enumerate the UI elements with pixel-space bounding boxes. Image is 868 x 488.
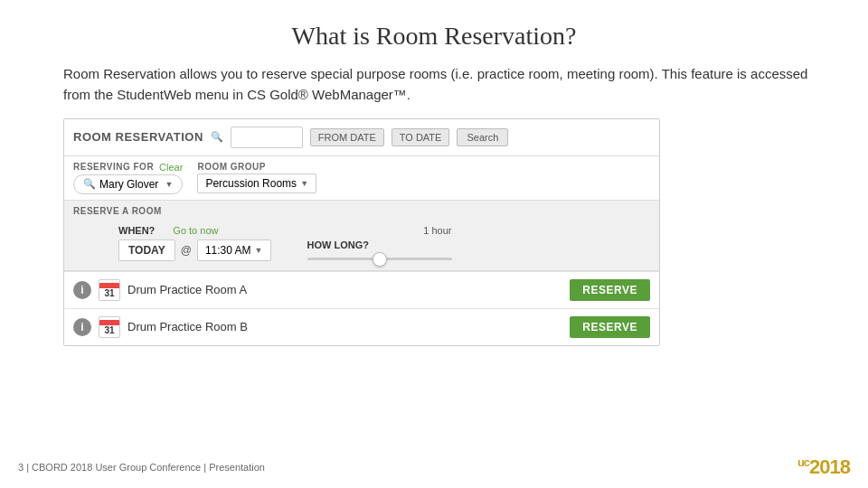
when-group: WHEN? Go to now TODAY @ 11:30 AM ▼: [118, 225, 271, 261]
search-icon: 🔍: [211, 131, 223, 143]
from-date-button[interactable]: FROM DATE: [310, 128, 384, 146]
info-icon-0[interactable]: i: [73, 281, 91, 299]
duration-value: 1 hour: [423, 225, 451, 236]
time-dropdown-arrow: ▼: [255, 246, 263, 255]
footer-text: 3 | CBORD 2018 User Group Conference | P…: [18, 462, 265, 473]
person-dropdown-arrow: ▼: [165, 180, 173, 189]
how-long-label: HOW LONG?: [307, 239, 452, 250]
slide-container: What is Room Reservation? Room Reservati…: [0, 0, 868, 488]
person-select[interactable]: 🔍 Mary Glover ▼: [73, 174, 183, 194]
duration-slider-thumb[interactable]: [373, 252, 387, 267]
room-group-select[interactable]: Percussion Rooms ▼: [197, 174, 316, 193]
footer-logo-prefix: uc: [797, 455, 809, 469]
slide-title: What is Room Reservation?: [54, 22, 814, 51]
duration-slider-container: [307, 258, 452, 260]
when-label-row: WHEN? Go to now: [118, 225, 271, 236]
search-button[interactable]: Search: [457, 128, 508, 146]
reserve-button-0[interactable]: RESERVE: [570, 279, 650, 301]
room-name-1: Drum Practice Room B: [127, 320, 562, 333]
section-label: RESERVE A ROOM: [64, 201, 659, 220]
reserving-for-label-row: RESERVING FOR Clear: [73, 162, 183, 173]
when-label: WHEN?: [118, 225, 155, 236]
slide-description: Room Reservation allows you to reserve s…: [63, 63, 814, 106]
reserve-button-1[interactable]: RESERVE: [570, 316, 650, 338]
time-select[interactable]: 11:30 AM ▼: [197, 239, 271, 261]
go-to-now-link[interactable]: Go to now: [173, 225, 218, 236]
time-value: 11:30 AM: [205, 244, 251, 257]
room-row-0: i 31 Drum Practice Room A RESERVE: [64, 271, 659, 308]
slide-footer: 3 | CBORD 2018 User Group Conference | P…: [0, 455, 868, 479]
how-long-group: 1 hour HOW LONG?: [307, 225, 452, 260]
when-row: WHEN? Go to now TODAY @ 11:30 AM ▼: [64, 220, 659, 270]
today-button[interactable]: TODAY: [118, 239, 175, 261]
to-date-button[interactable]: TO DATE: [392, 128, 450, 146]
person-search-icon: 🔍: [83, 178, 96, 190]
footer-logo-year: 2018: [809, 455, 850, 478]
rr-section: RESERVE A ROOM WHEN? Go to now TODAY @: [64, 201, 659, 271]
rr-subheader: RESERVING FOR Clear 🔍 Mary Glover ▼ ROOM…: [64, 156, 659, 201]
slide-body: Room Reservation allows you to reserve s…: [54, 63, 814, 474]
ui-mockup: ROOM RESERVATION 🔍 FROM DATE TO DATE Sea…: [63, 118, 660, 346]
cal-icon-0: 31: [99, 279, 120, 301]
at-label: @: [181, 244, 192, 257]
cal-day-1: 31: [104, 325, 114, 335]
room-group-group: ROOM GROUP Percussion Rooms ▼: [197, 162, 316, 193]
search-input[interactable]: [231, 127, 303, 148]
cal-icon-1: 31: [99, 316, 120, 338]
room-name-0: Drum Practice Room A: [127, 283, 562, 296]
room-group-value: Percussion Rooms: [205, 177, 297, 190]
info-icon-1[interactable]: i: [73, 318, 91, 336]
room-group-label: ROOM GROUP: [197, 162, 266, 172]
rr-header: ROOM RESERVATION 🔍 FROM DATE TO DATE Sea…: [64, 119, 659, 156]
reserving-for-group: RESERVING FOR Clear 🔍 Mary Glover ▼: [73, 162, 183, 194]
cal-day-0: 31: [104, 288, 114, 298]
today-row: TODAY @ 11:30 AM ▼: [118, 239, 271, 261]
rr-header-title: ROOM RESERVATION: [73, 130, 203, 144]
duration-slider-track[interactable]: [307, 258, 452, 260]
person-value: Mary Glover: [99, 178, 158, 191]
footer-logo: uc2018: [797, 455, 850, 479]
room-group-dropdown-arrow: ▼: [300, 179, 308, 188]
clear-link[interactable]: Clear: [159, 162, 183, 173]
room-group-label-row: ROOM GROUP: [197, 162, 316, 172]
reserving-for-label: RESERVING FOR: [73, 162, 154, 172]
room-row-1: i 31 Drum Practice Room B RESERVE: [64, 308, 659, 345]
